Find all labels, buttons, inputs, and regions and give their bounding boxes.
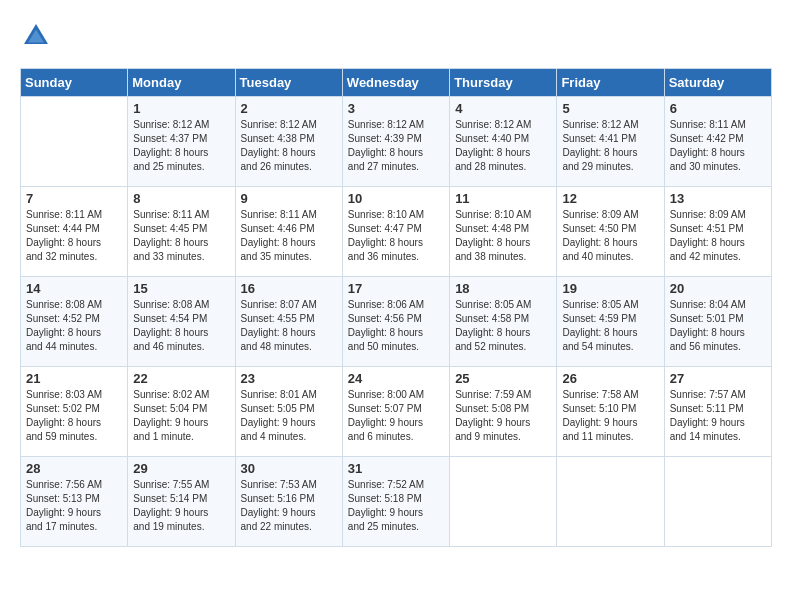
calendar-cell: 7Sunrise: 8:11 AM Sunset: 4:44 PM Daylig…	[21, 187, 128, 277]
calendar-week-row: 28Sunrise: 7:56 AM Sunset: 5:13 PM Dayli…	[21, 457, 772, 547]
calendar-cell: 23Sunrise: 8:01 AM Sunset: 5:05 PM Dayli…	[235, 367, 342, 457]
calendar-cell: 30Sunrise: 7:53 AM Sunset: 5:16 PM Dayli…	[235, 457, 342, 547]
calendar-table: SundayMondayTuesdayWednesdayThursdayFrid…	[20, 68, 772, 547]
calendar-cell: 21Sunrise: 8:03 AM Sunset: 5:02 PM Dayli…	[21, 367, 128, 457]
day-info: Sunrise: 8:02 AM Sunset: 5:04 PM Dayligh…	[133, 388, 229, 444]
calendar-cell	[664, 457, 771, 547]
day-number: 16	[241, 281, 337, 296]
day-number: 21	[26, 371, 122, 386]
weekday-header: Monday	[128, 69, 235, 97]
day-info: Sunrise: 8:11 AM Sunset: 4:42 PM Dayligh…	[670, 118, 766, 174]
calendar-cell: 26Sunrise: 7:58 AM Sunset: 5:10 PM Dayli…	[557, 367, 664, 457]
day-number: 27	[670, 371, 766, 386]
day-number: 1	[133, 101, 229, 116]
calendar-cell: 9Sunrise: 8:11 AM Sunset: 4:46 PM Daylig…	[235, 187, 342, 277]
calendar-cell: 18Sunrise: 8:05 AM Sunset: 4:58 PM Dayli…	[450, 277, 557, 367]
day-info: Sunrise: 8:10 AM Sunset: 4:48 PM Dayligh…	[455, 208, 551, 264]
day-info: Sunrise: 8:00 AM Sunset: 5:07 PM Dayligh…	[348, 388, 444, 444]
day-info: Sunrise: 8:12 AM Sunset: 4:39 PM Dayligh…	[348, 118, 444, 174]
weekday-header: Sunday	[21, 69, 128, 97]
day-number: 15	[133, 281, 229, 296]
day-info: Sunrise: 8:10 AM Sunset: 4:47 PM Dayligh…	[348, 208, 444, 264]
day-number: 3	[348, 101, 444, 116]
day-number: 20	[670, 281, 766, 296]
day-info: Sunrise: 7:53 AM Sunset: 5:16 PM Dayligh…	[241, 478, 337, 534]
day-info: Sunrise: 8:12 AM Sunset: 4:41 PM Dayligh…	[562, 118, 658, 174]
day-number: 4	[455, 101, 551, 116]
weekday-header: Thursday	[450, 69, 557, 97]
day-number: 22	[133, 371, 229, 386]
day-number: 7	[26, 191, 122, 206]
calendar-cell	[450, 457, 557, 547]
day-number: 31	[348, 461, 444, 476]
day-info: Sunrise: 7:55 AM Sunset: 5:14 PM Dayligh…	[133, 478, 229, 534]
day-info: Sunrise: 8:09 AM Sunset: 4:50 PM Dayligh…	[562, 208, 658, 264]
day-info: Sunrise: 8:08 AM Sunset: 4:54 PM Dayligh…	[133, 298, 229, 354]
day-info: Sunrise: 8:08 AM Sunset: 4:52 PM Dayligh…	[26, 298, 122, 354]
day-info: Sunrise: 7:59 AM Sunset: 5:08 PM Dayligh…	[455, 388, 551, 444]
day-number: 8	[133, 191, 229, 206]
day-info: Sunrise: 8:06 AM Sunset: 4:56 PM Dayligh…	[348, 298, 444, 354]
calendar-cell: 13Sunrise: 8:09 AM Sunset: 4:51 PM Dayli…	[664, 187, 771, 277]
calendar-cell: 31Sunrise: 7:52 AM Sunset: 5:18 PM Dayli…	[342, 457, 449, 547]
day-number: 25	[455, 371, 551, 386]
day-info: Sunrise: 8:11 AM Sunset: 4:46 PM Dayligh…	[241, 208, 337, 264]
weekday-header: Wednesday	[342, 69, 449, 97]
day-info: Sunrise: 7:58 AM Sunset: 5:10 PM Dayligh…	[562, 388, 658, 444]
calendar-cell: 8Sunrise: 8:11 AM Sunset: 4:45 PM Daylig…	[128, 187, 235, 277]
day-info: Sunrise: 7:52 AM Sunset: 5:18 PM Dayligh…	[348, 478, 444, 534]
day-info: Sunrise: 7:56 AM Sunset: 5:13 PM Dayligh…	[26, 478, 122, 534]
calendar-cell: 2Sunrise: 8:12 AM Sunset: 4:38 PM Daylig…	[235, 97, 342, 187]
day-number: 10	[348, 191, 444, 206]
day-number: 24	[348, 371, 444, 386]
calendar-cell: 29Sunrise: 7:55 AM Sunset: 5:14 PM Dayli…	[128, 457, 235, 547]
calendar-cell: 27Sunrise: 7:57 AM Sunset: 5:11 PM Dayli…	[664, 367, 771, 457]
day-number: 6	[670, 101, 766, 116]
calendar-cell: 20Sunrise: 8:04 AM Sunset: 5:01 PM Dayli…	[664, 277, 771, 367]
calendar-week-row: 14Sunrise: 8:08 AM Sunset: 4:52 PM Dayli…	[21, 277, 772, 367]
day-number: 13	[670, 191, 766, 206]
logo-icon	[20, 20, 52, 52]
day-number: 2	[241, 101, 337, 116]
day-number: 26	[562, 371, 658, 386]
day-info: Sunrise: 8:03 AM Sunset: 5:02 PM Dayligh…	[26, 388, 122, 444]
day-number: 5	[562, 101, 658, 116]
calendar-cell: 3Sunrise: 8:12 AM Sunset: 4:39 PM Daylig…	[342, 97, 449, 187]
calendar-cell: 12Sunrise: 8:09 AM Sunset: 4:50 PM Dayli…	[557, 187, 664, 277]
day-info: Sunrise: 8:05 AM Sunset: 4:59 PM Dayligh…	[562, 298, 658, 354]
weekday-header: Friday	[557, 69, 664, 97]
day-info: Sunrise: 8:01 AM Sunset: 5:05 PM Dayligh…	[241, 388, 337, 444]
day-info: Sunrise: 8:12 AM Sunset: 4:38 PM Dayligh…	[241, 118, 337, 174]
calendar-cell: 19Sunrise: 8:05 AM Sunset: 4:59 PM Dayli…	[557, 277, 664, 367]
day-info: Sunrise: 8:05 AM Sunset: 4:58 PM Dayligh…	[455, 298, 551, 354]
page-header	[20, 20, 772, 52]
calendar-cell: 24Sunrise: 8:00 AM Sunset: 5:07 PM Dayli…	[342, 367, 449, 457]
weekday-header: Saturday	[664, 69, 771, 97]
calendar-header-row: SundayMondayTuesdayWednesdayThursdayFrid…	[21, 69, 772, 97]
day-number: 17	[348, 281, 444, 296]
calendar-cell: 16Sunrise: 8:07 AM Sunset: 4:55 PM Dayli…	[235, 277, 342, 367]
day-info: Sunrise: 8:11 AM Sunset: 4:45 PM Dayligh…	[133, 208, 229, 264]
calendar-week-row: 21Sunrise: 8:03 AM Sunset: 5:02 PM Dayli…	[21, 367, 772, 457]
calendar-cell: 25Sunrise: 7:59 AM Sunset: 5:08 PM Dayli…	[450, 367, 557, 457]
day-info: Sunrise: 8:04 AM Sunset: 5:01 PM Dayligh…	[670, 298, 766, 354]
calendar-cell: 28Sunrise: 7:56 AM Sunset: 5:13 PM Dayli…	[21, 457, 128, 547]
weekday-header: Tuesday	[235, 69, 342, 97]
day-number: 28	[26, 461, 122, 476]
day-number: 29	[133, 461, 229, 476]
calendar-cell	[21, 97, 128, 187]
logo	[20, 20, 56, 52]
calendar-cell: 15Sunrise: 8:08 AM Sunset: 4:54 PM Dayli…	[128, 277, 235, 367]
calendar-week-row: 1Sunrise: 8:12 AM Sunset: 4:37 PM Daylig…	[21, 97, 772, 187]
day-number: 14	[26, 281, 122, 296]
calendar-cell: 22Sunrise: 8:02 AM Sunset: 5:04 PM Dayli…	[128, 367, 235, 457]
day-info: Sunrise: 8:09 AM Sunset: 4:51 PM Dayligh…	[670, 208, 766, 264]
day-number: 12	[562, 191, 658, 206]
calendar-cell: 4Sunrise: 8:12 AM Sunset: 4:40 PM Daylig…	[450, 97, 557, 187]
day-info: Sunrise: 8:07 AM Sunset: 4:55 PM Dayligh…	[241, 298, 337, 354]
day-info: Sunrise: 8:12 AM Sunset: 4:40 PM Dayligh…	[455, 118, 551, 174]
calendar-cell: 11Sunrise: 8:10 AM Sunset: 4:48 PM Dayli…	[450, 187, 557, 277]
calendar-cell: 17Sunrise: 8:06 AM Sunset: 4:56 PM Dayli…	[342, 277, 449, 367]
calendar-cell: 14Sunrise: 8:08 AM Sunset: 4:52 PM Dayli…	[21, 277, 128, 367]
day-info: Sunrise: 7:57 AM Sunset: 5:11 PM Dayligh…	[670, 388, 766, 444]
